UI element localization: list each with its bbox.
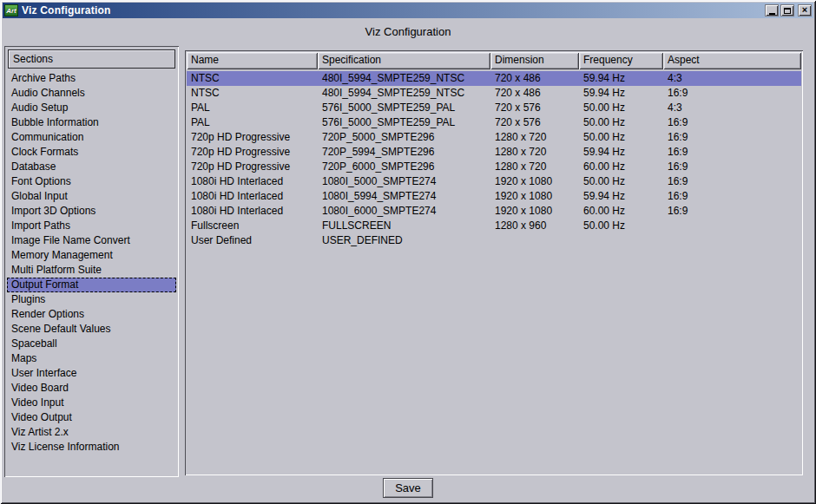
sidebar-item-viz-artist-2-x[interactable]: Viz Artist 2.x xyxy=(7,425,176,440)
table-row[interactable]: 720p HD Progressive720P_6000_SMPTE296128… xyxy=(187,160,801,174)
viz-artist-app-icon[interactable]: Art xyxy=(4,4,18,16)
table-cell: User Defined xyxy=(187,233,318,248)
sidebar-item-communication[interactable]: Communication xyxy=(7,130,176,145)
sidebar-item-font-options[interactable]: Font Options xyxy=(7,174,176,189)
sidebar-item-clock-formats[interactable]: Clock Formats xyxy=(7,145,176,160)
titlebar[interactable]: Art Viz Configuration × xyxy=(3,3,813,18)
table-cell: 720p HD Progressive xyxy=(187,130,318,145)
sections-header: Sections xyxy=(8,49,175,69)
sidebar-item-memory-management[interactable]: Memory Management xyxy=(7,248,176,263)
table-cell: 50.00 Hz xyxy=(579,219,663,233)
table-row[interactable]: 720p HD Progressive720P_5994_SMPTE296128… xyxy=(187,145,801,160)
table-cell: 16:9 xyxy=(663,189,801,204)
table-cell: PAL xyxy=(187,101,318,115)
sidebar-item-audio-channels[interactable]: Audio Channels xyxy=(7,86,176,101)
table-cell: 50.00 Hz xyxy=(579,174,663,189)
sidebar-item-output-format[interactable]: Output Format xyxy=(7,278,176,292)
sidebar-item-database[interactable]: Database xyxy=(7,160,176,174)
sidebar-item-audio-setup[interactable]: Audio Setup xyxy=(7,101,176,115)
page-title: Viz Configuration xyxy=(0,25,816,38)
sections-list: Archive PathsAudio ChannelsAudio SetupBu… xyxy=(7,71,176,455)
sidebar-item-spaceball[interactable]: Spaceball xyxy=(7,337,176,351)
table-cell: 4:3 xyxy=(663,71,801,86)
column-header-aspect[interactable]: Aspect xyxy=(663,52,801,69)
sidebar-item-scene-default-values[interactable]: Scene Default Values xyxy=(7,322,176,337)
table-cell: 1280 x 960 xyxy=(490,219,579,233)
sidebar-item-maps[interactable]: Maps xyxy=(7,351,176,366)
table-cell: 480I_5994_SMPTE259_NTSC xyxy=(318,86,490,101)
table-cell: Fullscreen xyxy=(187,219,318,233)
table-row[interactable]: PAL576I_5000_SMPTE259_PAL720 x 57650.00 … xyxy=(187,115,801,130)
table-row[interactable]: FullscreenFULLSCREEN1280 x 96050.00 Hz xyxy=(187,219,801,233)
sidebar-item-video-board[interactable]: Video Board xyxy=(7,381,176,396)
table-cell: 1920 x 1080 xyxy=(490,174,579,189)
table-row[interactable]: 1080i HD Interlaced1080I_5994_SMPTE27419… xyxy=(187,189,801,204)
table-row[interactable]: PAL576I_5000_SMPTE259_PAL720 x 57650.00 … xyxy=(187,101,801,115)
column-header-frequency[interactable]: Frequency xyxy=(579,52,663,69)
sidebar-item-plugins[interactable]: Plugins xyxy=(7,292,176,307)
table-cell: 576I_5000_SMPTE259_PAL xyxy=(318,101,490,115)
table-cell: 1080i HD Interlaced xyxy=(187,204,318,219)
table-cell: 720p HD Progressive xyxy=(187,145,318,160)
table-cell: 50.00 Hz xyxy=(579,115,663,130)
table-cell: 50.00 Hz xyxy=(579,130,663,145)
sidebar-item-user-interface[interactable]: User Interface xyxy=(7,366,176,381)
table-cell: NTSC xyxy=(187,71,318,86)
table-cell: 1280 x 720 xyxy=(490,130,579,145)
table-row[interactable]: NTSC480I_5994_SMPTE259_NTSC720 x 48659.9… xyxy=(187,71,801,86)
table-cell xyxy=(490,233,579,248)
table-row[interactable]: 720p HD Progressive720P_5000_SMPTE296128… xyxy=(187,130,801,145)
table-cell: 1280 x 720 xyxy=(490,160,579,174)
table-cell: 16:9 xyxy=(663,115,801,130)
sidebar-item-video-output[interactable]: Video Output xyxy=(7,410,176,425)
table-cell: 59.94 Hz xyxy=(579,189,663,204)
column-header-specification[interactable]: Specification xyxy=(318,52,490,69)
table-row[interactable]: 1080i HD Interlaced1080I_5000_SMPTE27419… xyxy=(187,174,801,189)
table-cell: FULLSCREEN xyxy=(318,219,490,233)
sections-panel: Sections Archive PathsAudio ChannelsAudi… xyxy=(4,46,179,477)
table-cell: PAL xyxy=(187,115,318,130)
table-cell: 720p HD Progressive xyxy=(187,160,318,174)
close-button[interactable]: × xyxy=(798,4,812,16)
sidebar-item-import-3d-options[interactable]: Import 3D Options xyxy=(7,204,176,219)
table-row[interactable]: User DefinedUSER_DEFINED xyxy=(187,233,801,248)
column-header-dimension[interactable]: Dimension xyxy=(490,52,579,69)
sidebar-item-viz-license-information[interactable]: Viz License Information xyxy=(7,440,176,455)
table-cell: 720 x 486 xyxy=(490,86,579,101)
table-cell: 480I_5994_SMPTE259_NTSC xyxy=(318,71,490,86)
sidebar-item-video-input[interactable]: Video Input xyxy=(7,396,176,410)
table-cell: 59.94 Hz xyxy=(579,71,663,86)
sidebar-item-render-options[interactable]: Render Options xyxy=(7,307,176,322)
table-cell xyxy=(663,219,801,233)
sidebar-item-image-file-name-convert[interactable]: Image File Name Convert xyxy=(7,233,176,248)
table-cell: 1080I_5000_SMPTE274 xyxy=(318,174,490,189)
table-cell: 16:9 xyxy=(663,204,801,219)
table-cell: 16:9 xyxy=(663,145,801,160)
table-cell: NTSC xyxy=(187,86,318,101)
table-row[interactable]: 1080i HD Interlaced1080I_6000_SMPTE27419… xyxy=(187,204,801,219)
output-format-panel: NameSpecificationDimensionFrequencyAspec… xyxy=(185,50,803,475)
table-cell: 1280 x 720 xyxy=(490,145,579,160)
minimize-button[interactable] xyxy=(765,4,779,16)
table-cell: 4:3 xyxy=(663,101,801,115)
viz-configuration-window: Art Viz Configuration × Viz Configuratio… xyxy=(0,0,816,504)
table-cell: 720P_5994_SMPTE296 xyxy=(318,145,490,160)
column-header-name[interactable]: Name xyxy=(187,52,318,69)
sidebar-item-archive-paths[interactable]: Archive Paths xyxy=(7,71,176,86)
table-cell: 1080I_5994_SMPTE274 xyxy=(318,189,490,204)
table-cell: 1920 x 1080 xyxy=(490,189,579,204)
table-cell: 60.00 Hz xyxy=(579,160,663,174)
sidebar-item-global-input[interactable]: Global Input xyxy=(7,189,176,204)
maximize-button[interactable] xyxy=(780,4,794,16)
table-cell: 720P_6000_SMPTE296 xyxy=(318,160,490,174)
table-cell: 50.00 Hz xyxy=(579,101,663,115)
table-row[interactable]: NTSC480I_5994_SMPTE259_NTSC720 x 48659.9… xyxy=(187,86,801,101)
table-cell: 16:9 xyxy=(663,130,801,145)
table-cell: 16:9 xyxy=(663,160,801,174)
save-button[interactable]: Save xyxy=(383,478,433,498)
sidebar-item-bubble-information[interactable]: Bubble Information xyxy=(7,115,176,130)
table-body: NTSC480I_5994_SMPTE259_NTSC720 x 48659.9… xyxy=(187,71,801,248)
table-cell: 16:9 xyxy=(663,174,801,189)
sidebar-item-import-paths[interactable]: Import Paths xyxy=(7,219,176,233)
sidebar-item-multi-platform-suite[interactable]: Multi Platform Suite xyxy=(7,263,176,278)
